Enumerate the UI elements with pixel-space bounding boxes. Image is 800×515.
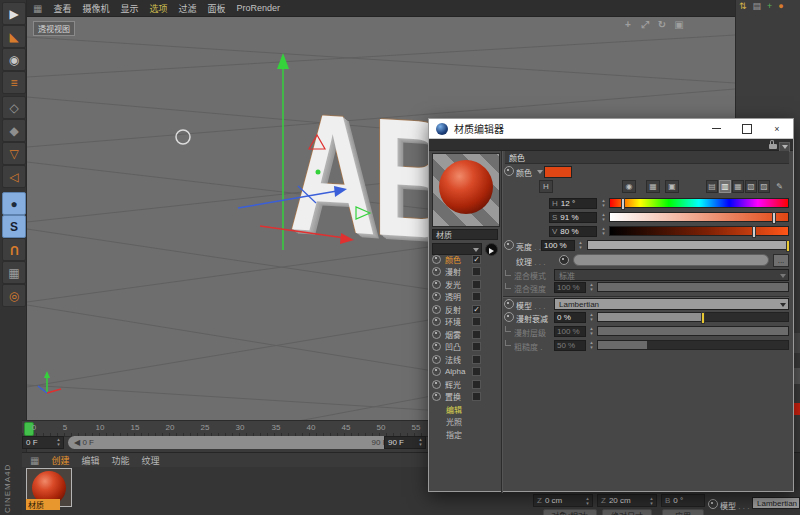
stepper-icon[interactable]: ▴▾ xyxy=(588,312,595,323)
coord-size-dropdown[interactable]: 绝对尺寸 xyxy=(602,509,652,515)
channel-row-luminance[interactable]: 发光 xyxy=(432,278,498,290)
material-thumbnail-label[interactable]: 材质 xyxy=(26,499,60,510)
checkbox-icon[interactable] xyxy=(472,280,481,289)
menu-grid-icon[interactable]: ▦ xyxy=(33,3,42,14)
radio-icon[interactable] xyxy=(432,330,441,339)
coord-z-position-spinner[interactable]: Z 0 cm ▴▾ xyxy=(533,494,593,507)
slider-handle[interactable] xyxy=(752,226,756,238)
maximize-button[interactable] xyxy=(732,119,762,138)
slider-handle[interactable] xyxy=(786,240,790,252)
texture-path-field[interactable] xyxy=(573,254,769,266)
falloff-radio[interactable] xyxy=(504,312,514,322)
radio-icon[interactable] xyxy=(432,367,441,376)
end-frame-spinner[interactable]: 90 F ▴▾ xyxy=(384,436,426,449)
saturation-slider[interactable] xyxy=(609,212,789,222)
checkbox-checked-icon[interactable]: ✓ xyxy=(472,305,481,314)
stepper-icon[interactable]: ▴▾ xyxy=(417,437,424,448)
brightness-radio[interactable] xyxy=(504,240,514,250)
current-frame-spinner[interactable]: 0 F ▴▾ xyxy=(22,436,64,449)
color-radio[interactable] xyxy=(504,166,514,176)
eyedropper-icon[interactable]: ✎ xyxy=(773,180,786,193)
menu-grid-icon[interactable]: ▦ xyxy=(30,455,39,466)
value-value-box[interactable]: V80 % xyxy=(549,226,597,237)
spectrum-icon[interactable]: ▦ xyxy=(646,180,660,193)
attr-model-radio[interactable] xyxy=(708,499,718,509)
swatches-mode-icon[interactable]: ▨ xyxy=(758,180,770,193)
radio-icon[interactable] xyxy=(432,280,441,289)
checkbox-icon[interactable] xyxy=(472,292,481,301)
page-illumination[interactable]: 光照 xyxy=(446,416,462,427)
falloff-value-box[interactable]: 0 % xyxy=(554,312,586,323)
channel-row-bump[interactable]: 凹凸 xyxy=(432,340,498,352)
axis-modify-icon[interactable]: ◎ xyxy=(2,284,26,307)
channel-row-glow[interactable]: 辉光 xyxy=(432,378,498,390)
model-radio[interactable] xyxy=(504,299,514,309)
channel-row-alpha[interactable]: Alpha xyxy=(432,365,498,377)
coord-apply-button[interactable]: 应用 xyxy=(662,509,704,515)
menu-prorender[interactable]: ProRender xyxy=(237,3,281,13)
mat-menu-function[interactable]: 功能 xyxy=(111,454,129,467)
slider-handle[interactable] xyxy=(772,212,776,224)
close-button[interactable]: × xyxy=(762,119,792,138)
pointer-tool-icon[interactable]: ▶ xyxy=(2,2,26,25)
stepper-icon[interactable]: ▴▾ xyxy=(584,496,591,507)
texture-enable-button[interactable] xyxy=(559,255,569,265)
menu-options[interactable]: 选项 xyxy=(150,2,168,15)
stepper-icon[interactable]: ▴▾ xyxy=(600,226,607,237)
channel-row-transparency[interactable]: 透明 xyxy=(432,290,498,302)
page-assign[interactable]: 指定 xyxy=(446,429,462,440)
layers-icon[interactable]: ▤ xyxy=(753,1,762,11)
hsv-mode-icon[interactable]: ▥ xyxy=(719,180,731,193)
lock-icon[interactable] xyxy=(769,144,777,149)
stepper-icon[interactable]: ▴▾ xyxy=(600,198,607,209)
radio-icon[interactable] xyxy=(432,255,441,264)
workplane-lock-icon[interactable]: ▦ xyxy=(2,261,26,284)
falloff-slider[interactable] xyxy=(597,312,789,322)
animation-mode-icon[interactable]: ◁ xyxy=(2,165,26,188)
stepper-icon[interactable]: ▴▾ xyxy=(600,212,607,223)
kelvin-mode-icon[interactable]: ▦ xyxy=(732,180,744,193)
radio-icon[interactable] xyxy=(432,305,441,314)
checkbox-icon[interactable] xyxy=(472,267,481,276)
channel-row-environment[interactable]: 环境 xyxy=(432,315,498,327)
image-picker-icon[interactable]: ▣ xyxy=(665,180,679,193)
model-dropdown[interactable]: Lambertian xyxy=(554,298,789,310)
value-slider[interactable] xyxy=(609,226,789,236)
menu-display[interactable]: 显示 xyxy=(120,2,138,15)
checkbox-icon[interactable] xyxy=(472,317,481,326)
coord-b-rotation-spinner[interactable]: B 0 ° xyxy=(661,494,705,507)
preview-range-slider[interactable]: ◀ 0 F 90 F ▶ xyxy=(68,436,402,449)
channel-row-fog[interactable]: 烟雾 xyxy=(432,328,498,340)
dot-icon[interactable]: ● xyxy=(778,1,783,11)
checkbox-icon[interactable] xyxy=(472,392,481,401)
radio-icon[interactable] xyxy=(432,355,441,364)
radio-icon[interactable] xyxy=(432,317,441,326)
brightness-slider[interactable] xyxy=(587,240,789,250)
radio-icon[interactable] xyxy=(432,380,441,389)
tweak-mode-icon[interactable]: ● xyxy=(2,192,26,215)
material-name-field[interactable]: 材质 xyxy=(432,229,498,240)
checkbox-checked-icon[interactable]: ✓ xyxy=(472,255,481,264)
move-arrows-icon[interactable]: ⇅ xyxy=(739,1,747,11)
channel-row-normal[interactable]: 法线 xyxy=(432,353,498,365)
texture-mode-icon[interactable]: ◉ xyxy=(2,48,26,71)
mixer-mode-icon[interactable]: ▧ xyxy=(745,180,757,193)
h-mode-icon[interactable]: H xyxy=(539,180,553,193)
snap-toggle-icon[interactable]: S xyxy=(2,215,26,238)
channel-row-diffusion[interactable]: 漫射 xyxy=(432,265,498,277)
checkbox-icon[interactable] xyxy=(472,367,481,376)
add-icon[interactable]: + xyxy=(767,1,772,11)
chevron-down-icon[interactable] xyxy=(537,170,543,174)
polygons-mode-icon[interactable]: ▽ xyxy=(2,142,26,165)
radio-icon[interactable] xyxy=(432,392,441,401)
checkbox-icon[interactable] xyxy=(472,380,481,389)
slider-handle[interactable] xyxy=(621,198,625,210)
coord-z-size-spinner[interactable]: Z 20 cm ▴▾ xyxy=(597,494,657,507)
channel-row-reflectance[interactable]: 反射✓ xyxy=(432,303,498,315)
color-wheel-icon[interactable]: ◉ xyxy=(622,180,636,193)
hue-slider[interactable] xyxy=(609,198,789,208)
convert-editable-icon[interactable]: ◣ xyxy=(2,25,26,48)
color-swatch[interactable] xyxy=(544,166,572,178)
checkbox-icon[interactable] xyxy=(472,342,481,351)
channel-row-displacement[interactable]: 置换 xyxy=(432,390,498,402)
